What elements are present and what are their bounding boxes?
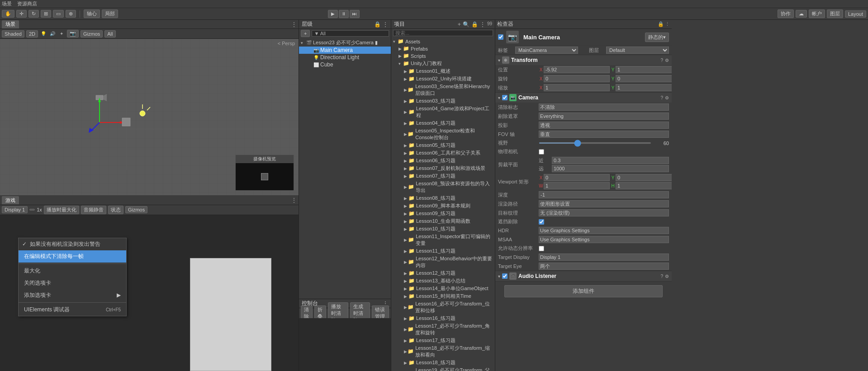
project-lock-icon[interactable]: 🔒 — [471, 21, 478, 28]
target-eye-dropdown[interactable]: 两个 — [539, 263, 669, 270]
project-lesson13-summary[interactable]: ▶ 📁 Lesson13_基础小总结 — [391, 277, 495, 285]
scale-x-input[interactable] — [544, 84, 610, 91]
render-path-dropdown[interactable]: 使用图形设置 — [539, 200, 669, 207]
add-component-button[interactable]: 添加组件 — [504, 285, 663, 297]
project-lesson16-transform[interactable]: ▶ 📁 Lesson16_必不可少Transform_位置和位移 — [391, 300, 495, 315]
scene-panel-menu[interactable]: ⋮ — [291, 21, 297, 28]
project-lesson11[interactable]: ▶ 📁 Lesson11_练习题 — [391, 247, 495, 255]
hierarchy-main-camera[interactable]: 📷 Main Camera — [299, 47, 391, 54]
hierarchy-cube[interactable]: ⬜ Cube — [299, 61, 391, 68]
culling-mask-dropdown[interactable]: Everything — [539, 113, 669, 120]
project-lesson10[interactable]: ▶ 📁 Lesson10_练习题 — [391, 225, 495, 233]
hierarchy-lock-icon[interactable]: 🔒 — [374, 21, 381, 28]
project-lesson08-import[interactable]: ▶ 📁 Lesson08_预设体和资源包的导入导出 — [391, 180, 495, 194]
pos-y-input[interactable] — [616, 66, 672, 73]
context-menu-item-clear[interactable]: 在编辑模式下清除每一帧 — [19, 250, 126, 263]
context-menu-item-add-tab[interactable]: 添加选项卡 ▶ — [19, 289, 126, 301]
depth-input[interactable] — [539, 191, 669, 198]
project-assets[interactable]: ▾ 📁 Assets — [391, 38, 495, 45]
account-btn[interactable]: 帐户 — [809, 9, 825, 18]
project-lesson11-inspector[interactable]: ▶ 📁 Lesson11_Inspector窗口可编辑的变量 — [391, 233, 495, 247]
audio-help-icon[interactable]: ? — [660, 274, 663, 279]
maximize-on-play[interactable]: 播放时最大化 — [44, 206, 79, 214]
vp-w-input[interactable] — [544, 182, 610, 189]
rot-y-input[interactable] — [616, 75, 672, 82]
collaborate-btn[interactable]: 协作 — [778, 9, 794, 18]
project-add-icon[interactable]: + — [458, 21, 461, 28]
mute-audio[interactable]: 音频静音 — [81, 206, 106, 214]
project-lesson16[interactable]: ▶ 📁 Lesson16_练习题 — [391, 315, 495, 322]
menu-item-scene[interactable]: 场景 — [2, 0, 12, 7]
play-button[interactable]: ▶ — [328, 10, 338, 18]
tab-game[interactable]: 游戏 — [2, 196, 19, 204]
scale-tool[interactable]: ⊞ — [41, 10, 51, 18]
vp-h-input[interactable] — [616, 182, 672, 189]
move-tool[interactable]: ✛ — [16, 10, 27, 18]
hierarchy-scene-root[interactable]: ▾ 🎬 Lesson23 必不可少Camera ▮ — [299, 39, 391, 47]
project-lesson14-gameobject[interactable]: ▶ 📁 Lesson14_最小单位GameObject — [391, 285, 495, 292]
camera-help-icon[interactable]: ? — [660, 95, 663, 100]
camera-settings-icon[interactable]: ⚙ — [665, 95, 669, 100]
scene-camera-btn[interactable]: 📷 — [67, 30, 79, 38]
project-lesson01[interactable]: ▶ 📁 Lesson01_概述 — [391, 67, 495, 75]
hierarchy-add-btn[interactable]: + — [301, 30, 310, 37]
project-lesson05-inspector[interactable]: ▶ 📁 Lesson05_Inspector检查和Console控制台 — [391, 127, 495, 141]
fx-toggle[interactable]: ✦ — [58, 30, 65, 38]
project-lesson04-game[interactable]: ▶ 📁 Lesson04_Game游戏和Project工程 — [391, 105, 495, 119]
transform-settings-icon[interactable]: ⚙ — [665, 58, 669, 63]
scene-view[interactable]: < Persp 摄像机预览 — [0, 39, 299, 195]
context-menu-item-close-tab[interactable]: 关闭选项卡 — [19, 277, 126, 289]
aspect-dropdown[interactable] — [29, 209, 35, 211]
game-panel-menu[interactable]: ⋮ — [291, 197, 297, 203]
rotate-tool[interactable]: ↻ — [28, 10, 39, 18]
all-dropdown[interactable]: All — [104, 30, 115, 38]
project-search-icon[interactable]: 🔍 — [463, 21, 470, 28]
audio-section-header[interactable]: ▾ 🎧 Audio Listener ? ⚙ — [495, 271, 672, 281]
project-lesson08[interactable]: ▶ 📁 Lesson08_练习题 — [391, 194, 495, 202]
project-unity-intro[interactable]: ▾ 📁 Unity入门教程 — [391, 60, 495, 67]
inspector-menu-icon[interactable]: ⋮ — [665, 21, 670, 27]
project-lesson17-transform-rotate[interactable]: ▶ 📁 Lesson17_必不可少Transform_角度和旋转 — [391, 322, 495, 337]
tag-dropdown[interactable]: MainCamera — [515, 47, 578, 54]
project-scripts[interactable]: ▶ 📁 Scripts — [391, 52, 495, 60]
hand-tool[interactable]: ✋ — [2, 10, 14, 18]
occlusion-checkbox[interactable] — [539, 219, 544, 225]
hierarchy-search[interactable]: ▼ All — [312, 30, 389, 37]
layers-btn[interactable]: 图层 — [827, 9, 843, 18]
project-lesson05[interactable]: ▶ 📁 Lesson05_练习题 — [391, 141, 495, 149]
2d-toggle[interactable]: 2D — [26, 30, 38, 38]
vp-x-input[interactable] — [544, 174, 610, 181]
lighting-toggle[interactable]: 💡 — [40, 30, 47, 38]
shaded-dropdown[interactable]: Shaded — [2, 30, 24, 38]
hdr-dropdown[interactable]: Use Graphics Settings — [539, 227, 669, 234]
vp-y-input[interactable] — [616, 174, 672, 181]
project-lesson12[interactable]: ▶ 📁 Lesson12_练习题 — [391, 269, 495, 277]
near-input[interactable] — [552, 157, 669, 164]
static-dropdown[interactable]: 静态的▾ — [645, 33, 669, 42]
clear-flags-dropdown[interactable]: 不清除 — [539, 103, 669, 111]
camera-active-checkbox[interactable] — [502, 95, 508, 100]
project-prefabs[interactable]: ▶ 📁 Prefabs — [391, 45, 495, 52]
hierarchy-directional-light[interactable]: 💡 Directional Light — [299, 54, 391, 61]
project-lesson17[interactable]: ▶ 📁 Lesson17_练习题 — [391, 337, 495, 344]
dynamic-res-checkbox[interactable] — [539, 246, 544, 251]
project-lesson03-scene[interactable]: ▶ 📁 Lesson03_Scene场景和Hierarchy层级面口 — [391, 83, 495, 97]
project-search-input[interactable] — [393, 30, 493, 36]
pivot-btn[interactable]: 轴心 — [84, 9, 100, 18]
scale-y-input[interactable] — [616, 84, 672, 91]
display-dropdown[interactable]: Display 1 — [2, 206, 28, 213]
project-lesson18-transform-scale[interactable]: ▶ 📁 Lesson18_必不可少Transform_缩放和看向 — [391, 344, 495, 359]
project-lesson07-reflect[interactable]: ▶ 📁 Lesson07_反射机制和游戏场景 — [391, 164, 495, 172]
project-lesson09-rules[interactable]: ▶ 📁 Lesson09_脚本基本规则 — [391, 202, 495, 210]
project-menu-icon[interactable]: ⋮ — [480, 21, 485, 28]
pos-x-input[interactable] — [544, 66, 610, 73]
project-lesson06[interactable]: ▶ 📁 Lesson06_练习题 — [391, 157, 495, 164]
pause-button[interactable]: ⏸ — [339, 10, 349, 18]
project-lesson18[interactable]: ▶ 📁 Lesson18_练习题 — [391, 359, 495, 366]
fov-axis-dropdown[interactable]: 垂直 — [539, 131, 669, 138]
context-menu-item-ui-debugger[interactable]: UIElements 调试器 Ctrl+F5 — [19, 304, 126, 316]
project-lesson12-mono[interactable]: ▶ 📁 Lesson12_MonoBehavior中的重要内容 — [391, 255, 495, 269]
inspector-lock-icon[interactable]: 🔒 — [658, 21, 664, 27]
fov-slider[interactable] — [539, 142, 651, 144]
stats-btn[interactable]: 状态 — [108, 206, 123, 214]
